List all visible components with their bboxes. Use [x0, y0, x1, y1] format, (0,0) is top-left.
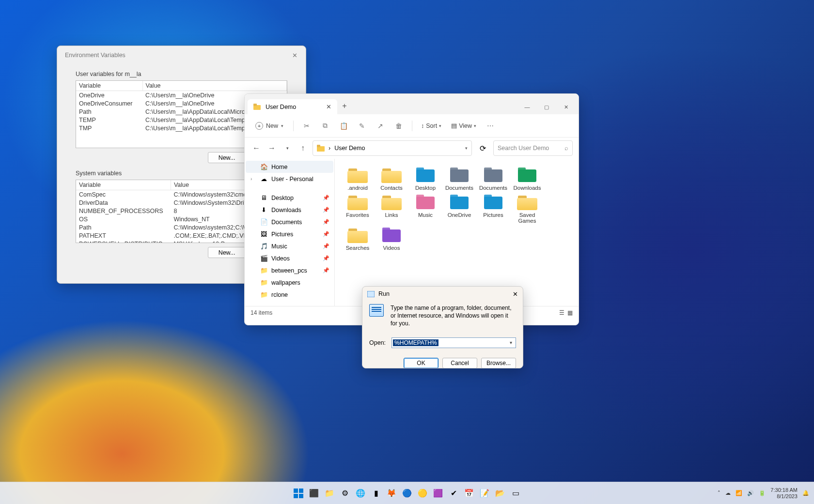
- open-combobox[interactable]: %HOMEPATH% ▾: [391, 337, 516, 348]
- svg-rect-7: [450, 168, 458, 171]
- wifi-icon[interactable]: 📶: [736, 490, 742, 496]
- refresh-button[interactable]: ⟳: [476, 144, 489, 153]
- sidebar-item-downloads[interactable]: ⬇Downloads📌: [246, 204, 333, 216]
- open-value[interactable]: %HOMEPATH%: [393, 339, 438, 346]
- sidebar-item-music[interactable]: 🎵Music📌: [246, 240, 333, 252]
- folder-item[interactable]: Pictures: [477, 194, 509, 224]
- folder-icon: 📁: [260, 291, 267, 298]
- folder-item[interactable]: Saved Games: [511, 194, 543, 224]
- col-variable[interactable]: Variable: [76, 180, 171, 190]
- up-button[interactable]: ↑: [297, 144, 309, 153]
- clock[interactable]: 7:30:18 AM 8/1/2023: [770, 487, 798, 499]
- close-icon[interactable]: ✕: [513, 290, 518, 298]
- forward-button[interactable]: →: [266, 144, 278, 153]
- todo-icon[interactable]: ✔: [447, 487, 460, 500]
- run-cancel-button[interactable]: Cancel: [442, 358, 477, 368]
- run-ok-button[interactable]: OK: [404, 358, 438, 368]
- svg-rect-5: [416, 168, 424, 171]
- new-button[interactable]: + New ▾: [251, 120, 287, 132]
- firefox-icon[interactable]: 🦊: [385, 487, 398, 500]
- user-new-button[interactable]: New...: [208, 152, 246, 163]
- chrome-icon[interactable]: 🔵: [400, 487, 414, 500]
- rename-icon[interactable]: ✎: [355, 122, 369, 130]
- notifications-icon[interactable]: 🔔: [802, 490, 809, 496]
- icons-view-icon[interactable]: ▦: [567, 309, 573, 316]
- breadcrumb[interactable]: › User Demo ▾: [313, 140, 472, 156]
- sidebar-item-between-pcs[interactable]: 📁between_pcs📌: [246, 264, 333, 276]
- explorer-running-icon[interactable]: 📂: [493, 487, 507, 500]
- copy-icon[interactable]: ⧉: [318, 122, 332, 130]
- run-browse-button[interactable]: Browse...: [481, 358, 516, 368]
- explorer-sidebar[interactable]: 🏠Home ›☁User - Personal 🖥Desktop📌 ⬇Downl…: [245, 159, 335, 306]
- app-icon[interactable]: 🟪: [431, 487, 445, 500]
- maximize-button[interactable]: ▢: [537, 100, 556, 114]
- env-titlebar[interactable]: Environment Variables ✕: [65, 52, 298, 59]
- explorer-content[interactable]: .androidContactsDesktopDocumentsDocument…: [335, 159, 579, 306]
- sidebar-item-pictures[interactable]: 🖼Pictures📌: [246, 228, 333, 240]
- volume-icon[interactable]: 🔊: [747, 490, 754, 496]
- folder-item[interactable]: Desktop: [409, 167, 441, 191]
- breadcrumb-segment[interactable]: User Demo: [334, 145, 365, 152]
- tab-close-icon[interactable]: ✕: [326, 103, 331, 110]
- search-input[interactable]: Search User Demo ⌕: [493, 140, 573, 156]
- folder-item[interactable]: Favorites: [342, 194, 374, 224]
- paste-icon[interactable]: 📋: [336, 122, 351, 130]
- folder-item[interactable]: Searches: [342, 227, 374, 251]
- sidebar-item-documents[interactable]: 📄Documents📌: [246, 216, 333, 228]
- folder-item[interactable]: Contacts: [376, 167, 407, 191]
- edge-icon[interactable]: 🌐: [354, 487, 367, 500]
- close-button[interactable]: ✕: [556, 100, 576, 114]
- onedrive-tray-icon[interactable]: ☁: [725, 490, 731, 496]
- folder-item[interactable]: Videos: [376, 227, 407, 251]
- explorer-tab[interactable]: User Demo ✕: [248, 99, 337, 114]
- task-view-icon[interactable]: ⬛: [307, 487, 321, 500]
- run-description: Type the name of a program, folder, docu…: [391, 304, 516, 328]
- minimize-button[interactable]: —: [517, 100, 537, 114]
- sidebar-item-desktop[interactable]: 🖥Desktop📌: [246, 192, 333, 204]
- view-button[interactable]: ▤ View ▾: [448, 122, 479, 129]
- more-icon[interactable]: ⋯: [483, 122, 498, 130]
- folder-item[interactable]: OneDrive: [443, 194, 475, 224]
- sidebar-item-videos[interactable]: 🎬Videos📌: [246, 252, 333, 264]
- close-icon[interactable]: ✕: [291, 52, 298, 59]
- chevron-down-icon[interactable]: ▾: [507, 340, 515, 345]
- folder-item[interactable]: Music: [409, 194, 441, 224]
- sys-new-button[interactable]: New...: [208, 247, 246, 258]
- recent-button[interactable]: ▾: [282, 146, 293, 151]
- col-value[interactable]: Value: [142, 81, 287, 91]
- sidebar-item-wallpapers[interactable]: 📁wallpapers: [246, 276, 333, 289]
- chevron-right-icon[interactable]: ›: [250, 176, 252, 182]
- taskbar[interactable]: ⬛ 📁 ⚙ 🌐 ▮ 🦊 🔵 🟡 🟪 ✔ 📅 📝 📂 ▭ ˄ ☁ 📶 🔊 🔋 7:…: [0, 482, 814, 504]
- folder-item[interactable]: Documents: [477, 167, 509, 191]
- chevron-down-icon[interactable]: ▾: [465, 146, 468, 151]
- delete-icon[interactable]: 🗑: [391, 122, 406, 130]
- cut-icon[interactable]: ✂: [299, 122, 314, 130]
- sort-button[interactable]: ↕ Sort ▾: [418, 122, 444, 129]
- svg-rect-21: [294, 489, 298, 493]
- chrome-canary-icon[interactable]: 🟡: [416, 487, 429, 500]
- share-icon[interactable]: ↗: [373, 122, 388, 130]
- settings-icon[interactable]: ⚙: [338, 487, 352, 500]
- sidebar-item-rclone[interactable]: 📁rclone: [246, 289, 333, 301]
- back-button[interactable]: ←: [250, 144, 262, 153]
- col-variable[interactable]: Variable: [76, 81, 142, 91]
- folder-item[interactable]: Documents: [443, 167, 475, 191]
- terminal-icon[interactable]: ▮: [369, 487, 383, 500]
- folder-item[interactable]: .android: [342, 167, 374, 191]
- sidebar-item-home[interactable]: 🏠Home: [246, 161, 333, 173]
- sidebar-item-user[interactable]: ›☁User - Personal: [246, 173, 333, 185]
- start-button[interactable]: [292, 487, 305, 500]
- battery-icon[interactable]: 🔋: [759, 490, 766, 496]
- folder-item[interactable]: Downloads: [511, 167, 543, 191]
- run-running-icon[interactable]: ▭: [509, 487, 522, 500]
- run-titlebar[interactable]: Run ✕: [362, 287, 523, 301]
- explorer-icon[interactable]: 📁: [323, 487, 336, 500]
- details-view-icon[interactable]: ☰: [559, 309, 564, 316]
- folder-icon: [317, 145, 325, 152]
- new-tab-button[interactable]: +: [337, 102, 352, 114]
- calendar-icon[interactable]: 📅: [462, 487, 476, 500]
- folder-item[interactable]: Links: [376, 194, 407, 224]
- tray-chevron-icon[interactable]: ˄: [718, 490, 720, 496]
- system-tray[interactable]: ˄ ☁ 📶 🔊 🔋 7:30:18 AM 8/1/2023 🔔: [718, 487, 814, 499]
- notes-icon[interactable]: 📝: [478, 487, 491, 500]
